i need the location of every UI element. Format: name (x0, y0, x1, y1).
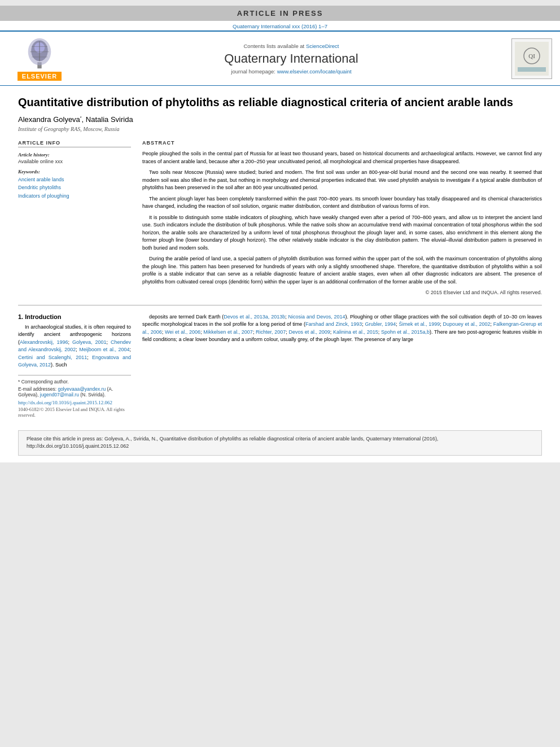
ref-devos-2009[interactable]: Devos et al., 2009 (289, 329, 330, 335)
introduction-section: 1. Introduction In archaeological studie… (18, 313, 542, 418)
svg-text:QI: QI (528, 53, 535, 59)
keyword-2[interactable]: Dendritic phytoliths (18, 185, 61, 190)
intro-para-right: deposits are termed Dark Earth (Devos et… (142, 313, 542, 344)
journal-center-info: Contents lists available at ScienceDirec… (73, 43, 509, 75)
bottom-citation-bar: Please cite this article in press as: Go… (18, 430, 542, 456)
ref-spohn[interactable]: Spohn et al., 2015a,b (381, 329, 430, 335)
footnote-section: * Corresponding author. E-mail addresses… (18, 375, 131, 397)
abstract-text: People ploughed the soils in the central… (142, 150, 542, 297)
intro-left-text: In archaeological studies, it is often r… (18, 324, 131, 369)
intro-left-col: 1. Introduction In archaeological studie… (18, 313, 131, 418)
svg-rect-11 (518, 67, 546, 72)
keyword-3[interactable]: Indicators of ploughing (18, 193, 69, 199)
ref-devos-2013[interactable]: Devos et al., 2013a, 2013b (224, 314, 285, 320)
ref-wei[interactable]: Wei et al., 2006 (165, 329, 200, 335)
article-info-label: ARTICLE INFO (18, 140, 131, 147)
two-col-layout: ARTICLE INFO Article history: Available … (18, 140, 542, 297)
abstract-para-2: Two soils near Moscow (Russia) were stud… (142, 169, 542, 192)
ref-alexandrovskij-1996[interactable]: Alexandrovskij, 1996 (20, 339, 68, 345)
journal-citation: Quaternary International xxx (2016) 1–7 (0, 21, 560, 30)
article-in-press-banner: ARTICLE IN PRESS (0, 6, 560, 21)
ref-golyeva-2001[interactable]: Golyeva, 2001 (72, 339, 107, 345)
contents-available-line: Contents lists available at ScienceDirec… (73, 43, 509, 49)
journal-homepage-url[interactable]: www.elsevier.com/locate/quaint (277, 68, 352, 75)
issn-line: 1040-6182/© 2015 Elsevier Ltd and INQUA.… (18, 407, 131, 418)
ref-dupouey[interactable]: Dupouey et al., 2002 (443, 321, 491, 327)
ref-simek[interactable]: Šimek et al., 1999 (399, 321, 440, 327)
email-golyeva-link[interactable]: golyevaaa@yandex.ru (58, 386, 106, 392)
main-content: Quantitative distribution of phytoliths … (0, 86, 560, 425)
intro-right-col: deposits are termed Dark Earth (Devos et… (142, 313, 542, 418)
left-column: ARTICLE INFO Article history: Available … (18, 140, 131, 297)
elsevier-tree-icon (17, 36, 62, 70)
section-number: 1. (18, 313, 23, 320)
journal-header: ELSEVIER Contents lists available at Sci… (0, 30, 560, 86)
email-addresses-note: E-mail addresses: golyevaaa@yandex.ru (A… (18, 386, 131, 397)
contents-label: Contents lists available at (244, 43, 305, 49)
intro-para-left: In archaeological studies, it is often r… (18, 324, 131, 369)
introduction-title: 1. Introduction (18, 313, 131, 320)
ref-nicosia[interactable]: Nicosia and Devos, 2014 (288, 314, 345, 320)
journal-logo-right: QI (509, 38, 554, 79)
right-column: ABSTRACT People ploughed the soils in th… (142, 140, 542, 297)
intro-right-text: deposits are termed Dark Earth (Devos et… (142, 313, 542, 344)
ref-kalinina[interactable]: Kalinina et al., 2015 (333, 329, 378, 335)
qi-logo-box: QI (511, 38, 552, 79)
journal-homepage-line: journal homepage: www.elsevier.com/locat… (73, 68, 509, 75)
elsevier-label: ELSEVIER (18, 72, 62, 81)
abstract-para-3: The ancient plough layer has been comple… (142, 195, 542, 211)
sciencedirect-link[interactable]: ScienceDirect (306, 43, 339, 49)
ref-certini[interactable]: Certini and Scalenghi, 2011 (18, 355, 87, 360)
section-divider (18, 305, 542, 305)
keywords-label: Keywords: (18, 169, 131, 174)
email-svirida-link[interactable]: jugend07@mail.ru (40, 392, 79, 397)
email-label: E-mail addresses: (18, 386, 56, 392)
abstract-para-5: During the arable period of land use, a … (142, 255, 542, 286)
homepage-label: journal homepage: (231, 68, 275, 75)
authors-line: Alexandra Golyeva*, Natalia Svirida (18, 115, 542, 124)
copyright-line: © 2015 Elsevier Ltd and INQUA. All right… (142, 289, 542, 297)
article-history-value: Available online xxx (18, 159, 131, 164)
ref-richter[interactable]: Richter, 2007 (256, 329, 286, 335)
elsevier-logo: ELSEVIER (6, 36, 73, 81)
affiliation-line: Institute of Geography RAS, Moscow, Russ… (18, 126, 542, 132)
abstract-para-1: People ploughed the soils in the central… (142, 150, 542, 165)
corresponding-author-mark: * (80, 116, 82, 120)
ref-farshad[interactable]: Farshad and Zinck, 1993 (305, 321, 362, 327)
keywords-list: Ancient arable lands Dendritic phytolith… (18, 176, 131, 200)
section-title-text: Introduction (25, 313, 61, 320)
corresponding-author-note: * Corresponding author. (18, 379, 131, 385)
article-history-label: Article history: (18, 152, 131, 158)
journal-name-heading: Quaternary International (73, 51, 509, 66)
abstract-label: ABSTRACT (142, 140, 542, 146)
doi-link[interactable]: http://dx.doi.org/10.1016/j.quaint.2015.… (18, 400, 131, 405)
abstract-para-4: It is possible to distinguish some stabl… (142, 214, 542, 252)
ref-grubler[interactable]: Grubler, 1994 (365, 321, 396, 327)
ref-meijboom[interactable]: Meijboom et al., 2004 (79, 347, 129, 352)
article-title: Quantitative distribution of phytoliths … (18, 95, 542, 110)
email-svirida-name: (N. Svirida). (80, 392, 106, 397)
keyword-1[interactable]: Ancient arable lands (18, 177, 64, 182)
ref-mikkelsen[interactable]: Mikkelsen et al., 2007 (203, 329, 253, 335)
qi-emblem-icon: QI (515, 42, 549, 76)
